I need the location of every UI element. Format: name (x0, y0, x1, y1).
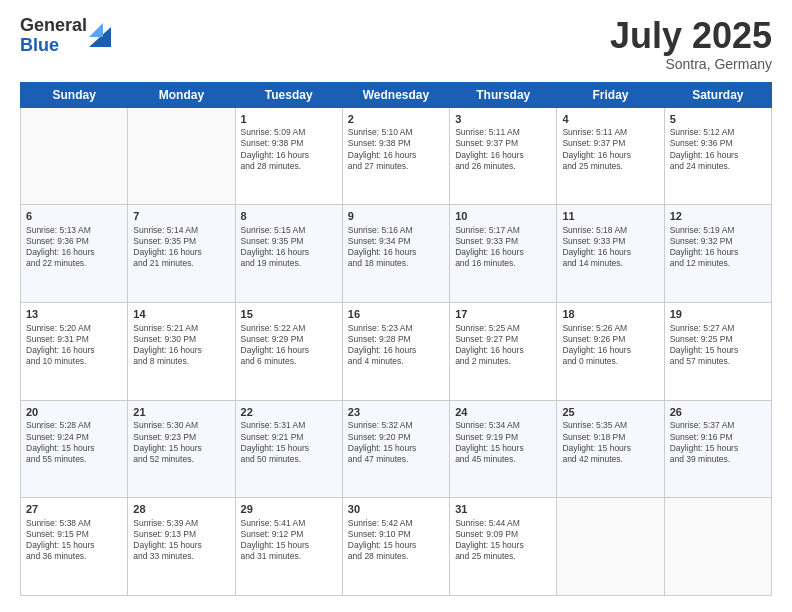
day-number: 23 (348, 405, 444, 420)
week-row-2: 6Sunrise: 5:13 AM Sunset: 9:36 PM Daylig… (21, 205, 772, 303)
day-info: Sunrise: 5:37 AM Sunset: 9:16 PM Dayligh… (670, 420, 766, 464)
calendar-cell: 30Sunrise: 5:42 AM Sunset: 9:10 PM Dayli… (342, 498, 449, 596)
svg-marker-1 (89, 23, 103, 37)
calendar-cell: 7Sunrise: 5:14 AM Sunset: 9:35 PM Daylig… (128, 205, 235, 303)
col-thursday: Thursday (450, 82, 557, 107)
day-number: 4 (562, 112, 658, 127)
day-info: Sunrise: 5:39 AM Sunset: 9:13 PM Dayligh… (133, 518, 229, 562)
calendar-header-row: Sunday Monday Tuesday Wednesday Thursday… (21, 82, 772, 107)
logo-general: General (20, 16, 87, 36)
day-info: Sunrise: 5:22 AM Sunset: 9:29 PM Dayligh… (241, 323, 337, 367)
day-info: Sunrise: 5:30 AM Sunset: 9:23 PM Dayligh… (133, 420, 229, 464)
calendar-cell: 13Sunrise: 5:20 AM Sunset: 9:31 PM Dayli… (21, 302, 128, 400)
calendar-cell: 26Sunrise: 5:37 AM Sunset: 9:16 PM Dayli… (664, 400, 771, 498)
page: General Blue July 2025 Sontra, Germany S… (0, 0, 792, 612)
calendar-cell: 14Sunrise: 5:21 AM Sunset: 9:30 PM Dayli… (128, 302, 235, 400)
day-number: 20 (26, 405, 122, 420)
day-number: 29 (241, 502, 337, 517)
week-row-3: 13Sunrise: 5:20 AM Sunset: 9:31 PM Dayli… (21, 302, 772, 400)
day-info: Sunrise: 5:31 AM Sunset: 9:21 PM Dayligh… (241, 420, 337, 464)
day-info: Sunrise: 5:32 AM Sunset: 9:20 PM Dayligh… (348, 420, 444, 464)
day-info: Sunrise: 5:14 AM Sunset: 9:35 PM Dayligh… (133, 225, 229, 269)
day-info: Sunrise: 5:23 AM Sunset: 9:28 PM Dayligh… (348, 323, 444, 367)
day-number: 7 (133, 209, 229, 224)
day-info: Sunrise: 5:17 AM Sunset: 9:33 PM Dayligh… (455, 225, 551, 269)
col-monday: Monday (128, 82, 235, 107)
day-number: 14 (133, 307, 229, 322)
calendar-cell: 19Sunrise: 5:27 AM Sunset: 9:25 PM Dayli… (664, 302, 771, 400)
logo-text: General Blue (20, 16, 87, 56)
calendar-cell: 31Sunrise: 5:44 AM Sunset: 9:09 PM Dayli… (450, 498, 557, 596)
calendar-cell: 2Sunrise: 5:10 AM Sunset: 9:38 PM Daylig… (342, 107, 449, 205)
day-number: 9 (348, 209, 444, 224)
day-info: Sunrise: 5:42 AM Sunset: 9:10 PM Dayligh… (348, 518, 444, 562)
calendar-cell: 10Sunrise: 5:17 AM Sunset: 9:33 PM Dayli… (450, 205, 557, 303)
day-info: Sunrise: 5:41 AM Sunset: 9:12 PM Dayligh… (241, 518, 337, 562)
day-info: Sunrise: 5:16 AM Sunset: 9:34 PM Dayligh… (348, 225, 444, 269)
logo-icon (89, 19, 111, 49)
col-wednesday: Wednesday (342, 82, 449, 107)
day-number: 18 (562, 307, 658, 322)
col-sunday: Sunday (21, 82, 128, 107)
calendar-cell: 16Sunrise: 5:23 AM Sunset: 9:28 PM Dayli… (342, 302, 449, 400)
calendar-cell: 21Sunrise: 5:30 AM Sunset: 9:23 PM Dayli… (128, 400, 235, 498)
day-number: 21 (133, 405, 229, 420)
col-tuesday: Tuesday (235, 82, 342, 107)
day-info: Sunrise: 5:44 AM Sunset: 9:09 PM Dayligh… (455, 518, 551, 562)
day-number: 15 (241, 307, 337, 322)
day-number: 2 (348, 112, 444, 127)
calendar-cell: 9Sunrise: 5:16 AM Sunset: 9:34 PM Daylig… (342, 205, 449, 303)
col-friday: Friday (557, 82, 664, 107)
calendar-cell: 28Sunrise: 5:39 AM Sunset: 9:13 PM Dayli… (128, 498, 235, 596)
day-info: Sunrise: 5:11 AM Sunset: 9:37 PM Dayligh… (455, 127, 551, 171)
day-info: Sunrise: 5:12 AM Sunset: 9:36 PM Dayligh… (670, 127, 766, 171)
week-row-1: 1Sunrise: 5:09 AM Sunset: 9:38 PM Daylig… (21, 107, 772, 205)
day-info: Sunrise: 5:26 AM Sunset: 9:26 PM Dayligh… (562, 323, 658, 367)
logo-blue: Blue (20, 36, 87, 56)
day-number: 26 (670, 405, 766, 420)
day-info: Sunrise: 5:38 AM Sunset: 9:15 PM Dayligh… (26, 518, 122, 562)
day-number: 31 (455, 502, 551, 517)
day-info: Sunrise: 5:20 AM Sunset: 9:31 PM Dayligh… (26, 323, 122, 367)
header: General Blue July 2025 Sontra, Germany (20, 16, 772, 72)
day-info: Sunrise: 5:10 AM Sunset: 9:38 PM Dayligh… (348, 127, 444, 171)
day-info: Sunrise: 5:34 AM Sunset: 9:19 PM Dayligh… (455, 420, 551, 464)
calendar-cell (21, 107, 128, 205)
day-info: Sunrise: 5:35 AM Sunset: 9:18 PM Dayligh… (562, 420, 658, 464)
day-number: 11 (562, 209, 658, 224)
day-info: Sunrise: 5:18 AM Sunset: 9:33 PM Dayligh… (562, 225, 658, 269)
location: Sontra, Germany (610, 56, 772, 72)
calendar-cell: 3Sunrise: 5:11 AM Sunset: 9:37 PM Daylig… (450, 107, 557, 205)
day-number: 16 (348, 307, 444, 322)
day-info: Sunrise: 5:13 AM Sunset: 9:36 PM Dayligh… (26, 225, 122, 269)
calendar-cell: 24Sunrise: 5:34 AM Sunset: 9:19 PM Dayli… (450, 400, 557, 498)
month-title: July 2025 (610, 16, 772, 56)
day-number: 30 (348, 502, 444, 517)
day-info: Sunrise: 5:28 AM Sunset: 9:24 PM Dayligh… (26, 420, 122, 464)
calendar-cell: 17Sunrise: 5:25 AM Sunset: 9:27 PM Dayli… (450, 302, 557, 400)
day-number: 17 (455, 307, 551, 322)
calendar-cell: 6Sunrise: 5:13 AM Sunset: 9:36 PM Daylig… (21, 205, 128, 303)
calendar-cell: 11Sunrise: 5:18 AM Sunset: 9:33 PM Dayli… (557, 205, 664, 303)
day-number: 22 (241, 405, 337, 420)
day-number: 28 (133, 502, 229, 517)
calendar-cell: 25Sunrise: 5:35 AM Sunset: 9:18 PM Dayli… (557, 400, 664, 498)
day-info: Sunrise: 5:19 AM Sunset: 9:32 PM Dayligh… (670, 225, 766, 269)
calendar-cell: 8Sunrise: 5:15 AM Sunset: 9:35 PM Daylig… (235, 205, 342, 303)
calendar-cell: 18Sunrise: 5:26 AM Sunset: 9:26 PM Dayli… (557, 302, 664, 400)
day-number: 1 (241, 112, 337, 127)
day-number: 10 (455, 209, 551, 224)
day-number: 19 (670, 307, 766, 322)
calendar-cell: 5Sunrise: 5:12 AM Sunset: 9:36 PM Daylig… (664, 107, 771, 205)
day-number: 6 (26, 209, 122, 224)
day-info: Sunrise: 5:21 AM Sunset: 9:30 PM Dayligh… (133, 323, 229, 367)
calendar-table: Sunday Monday Tuesday Wednesday Thursday… (20, 82, 772, 596)
day-number: 3 (455, 112, 551, 127)
calendar-cell: 12Sunrise: 5:19 AM Sunset: 9:32 PM Dayli… (664, 205, 771, 303)
col-saturday: Saturday (664, 82, 771, 107)
day-number: 24 (455, 405, 551, 420)
calendar-cell (128, 107, 235, 205)
calendar-cell: 15Sunrise: 5:22 AM Sunset: 9:29 PM Dayli… (235, 302, 342, 400)
title-block: July 2025 Sontra, Germany (610, 16, 772, 72)
calendar-cell (664, 498, 771, 596)
